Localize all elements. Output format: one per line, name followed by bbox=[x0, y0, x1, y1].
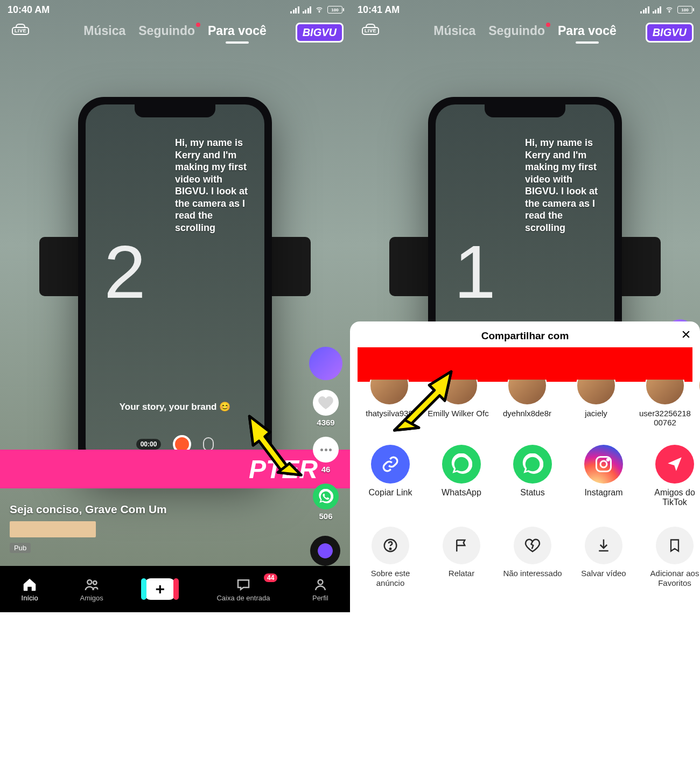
svg-point-7 bbox=[669, 11, 670, 12]
share-person[interactable]: Emilly Wilker Ofc bbox=[426, 385, 490, 418]
send-icon bbox=[655, 445, 694, 484]
whatsapp-share-icon bbox=[313, 484, 339, 509]
redacted-block bbox=[358, 347, 692, 382]
battery-icon: 100 bbox=[677, 6, 692, 13]
nav-profile[interactable]: Perfil bbox=[311, 577, 330, 602]
sponsored-badge: Pub bbox=[10, 543, 31, 553]
like-count: 4369 bbox=[317, 418, 334, 427]
tab-following[interactable]: Seguindo bbox=[138, 24, 195, 38]
action-about-ad[interactable]: Sobre este anúncio bbox=[358, 527, 423, 587]
notification-dot-icon bbox=[196, 23, 200, 27]
signal-1-icon bbox=[290, 6, 299, 13]
share-app-instagram[interactable]: Instagram bbox=[571, 445, 636, 498]
share-count: 506 bbox=[319, 512, 332, 521]
countdown-number: 2 bbox=[104, 228, 146, 316]
status-time: 10:40 AM bbox=[8, 4, 50, 16]
signal-1-icon bbox=[640, 6, 649, 13]
svg-point-0 bbox=[319, 11, 320, 12]
comment-button[interactable]: 46 bbox=[313, 437, 339, 474]
download-icon bbox=[585, 527, 622, 564]
heart-icon bbox=[313, 390, 339, 416]
share-button[interactable]: 506 bbox=[313, 484, 339, 521]
share-people-row: thatysilva939 Emilly Wilker Ofc dyehnlx8… bbox=[350, 380, 700, 428]
battery-icon: 100 bbox=[327, 6, 342, 13]
teleprompter-text: Hi, my name is Kerry and I'm making my f… bbox=[525, 137, 606, 234]
tab-music[interactable]: Música bbox=[83, 24, 125, 38]
share-title: Compartilhar com bbox=[350, 330, 700, 342]
tab-music[interactable]: Música bbox=[433, 24, 475, 38]
svg-point-10 bbox=[600, 461, 607, 467]
slogan-text: Your story, your brand 😊 bbox=[86, 401, 264, 412]
notification-dot-icon bbox=[546, 23, 550, 27]
share-actions-row: Sobre este anúncio Relatar Não interessa… bbox=[350, 521, 700, 597]
sound-disc[interactable] bbox=[310, 536, 340, 566]
svg-point-4 bbox=[87, 580, 92, 584]
tab-for-you[interactable]: Para você bbox=[558, 24, 617, 38]
live-button[interactable]: LIVE bbox=[360, 24, 381, 42]
live-button[interactable]: LIVE bbox=[10, 24, 31, 42]
countdown-number: 1 bbox=[454, 228, 496, 316]
profile-icon bbox=[311, 577, 330, 593]
video-content[interactable]: Hi, my name is Kerry and I'm making my f… bbox=[78, 97, 272, 474]
status-indicators: 100 bbox=[640, 6, 692, 13]
bottom-nav: Início Amigos + 44 Caixa de entrada Perf… bbox=[0, 566, 350, 612]
tab-following[interactable]: Seguindo bbox=[488, 24, 545, 38]
nav-create[interactable]: + bbox=[144, 578, 176, 600]
share-sheet: Compartilhar com thatysilva939 Emilly Wi… bbox=[350, 321, 700, 612]
author-avatar[interactable] bbox=[309, 347, 342, 380]
question-icon bbox=[372, 527, 409, 564]
screen-right-share: 10:41 AM 100 LIVE Música Seguindo Para v… bbox=[350, 0, 700, 612]
close-button[interactable] bbox=[681, 329, 691, 343]
wifi-icon bbox=[664, 6, 674, 13]
home-icon bbox=[20, 577, 39, 593]
share-app-tiktok-friends[interactable]: Amigos do TikTok bbox=[642, 445, 700, 508]
svg-point-11 bbox=[607, 458, 609, 460]
share-person[interactable]: user32256218 00762 bbox=[633, 385, 697, 428]
redacted-line bbox=[10, 521, 96, 537]
action-add-favorites[interactable]: Adicionar aos Favoritos bbox=[642, 527, 700, 587]
status-indicators: 100 bbox=[290, 6, 342, 13]
action-not-interested[interactable]: Não interessado bbox=[500, 527, 565, 578]
svg-point-6 bbox=[318, 579, 323, 584]
action-rail: 4369 46 506 bbox=[309, 347, 342, 521]
share-app-status[interactable]: Status bbox=[500, 445, 565, 498]
nav-friends[interactable]: Amigos bbox=[80, 577, 103, 602]
bookmark-icon bbox=[656, 527, 694, 564]
broken-heart-icon bbox=[514, 527, 551, 564]
friends-icon bbox=[82, 577, 101, 593]
svg-point-5 bbox=[93, 581, 97, 585]
inbox-badge: 44 bbox=[264, 573, 277, 582]
action-report[interactable]: Relatar bbox=[429, 527, 494, 578]
screen-left-feed: 10:40 AM 100 LIVE Música Seguindo Para v… bbox=[0, 0, 350, 612]
close-icon bbox=[681, 329, 691, 340]
share-app-whatsapp[interactable]: WhatsApp bbox=[429, 445, 494, 498]
svg-point-13 bbox=[390, 548, 391, 550]
action-save-video[interactable]: Salvar vídeo bbox=[571, 527, 636, 578]
share-person[interactable]: jaciely bbox=[564, 385, 628, 418]
teleprompter-text: Hi, my name is Kerry and I'm making my f… bbox=[175, 137, 256, 234]
nav-inbox[interactable]: 44 Caixa de entrada bbox=[216, 577, 270, 602]
bigvu-badge: BIGVU bbox=[296, 23, 344, 43]
promo-banner: PTER bbox=[0, 450, 350, 488]
whatsapp-icon bbox=[442, 445, 481, 484]
share-app-copy-link[interactable]: Copiar Link bbox=[358, 445, 423, 498]
share-person[interactable]: thatysilva939 bbox=[358, 385, 421, 418]
comment-count: 46 bbox=[321, 465, 331, 474]
link-icon bbox=[371, 445, 410, 484]
like-button[interactable]: 4369 bbox=[313, 390, 339, 427]
comment-icon bbox=[313, 437, 339, 463]
whatsapp-status-icon bbox=[513, 445, 552, 484]
tab-for-you[interactable]: Para você bbox=[208, 24, 267, 38]
share-person[interactable]: dyehnlx8de8r bbox=[495, 385, 559, 418]
plus-icon: + bbox=[155, 581, 165, 597]
inbox-icon bbox=[234, 577, 253, 593]
signal-2-icon bbox=[653, 6, 662, 13]
share-apps-row: Copiar Link WhatsApp Status bbox=[350, 439, 700, 508]
status-bar: 10:41 AM 100 bbox=[350, 0, 700, 19]
caption-text: Seja conciso, Grave Com Um bbox=[10, 503, 291, 516]
flag-icon bbox=[443, 527, 480, 564]
status-time: 10:41 AM bbox=[358, 4, 400, 16]
nav-home[interactable]: Início bbox=[20, 577, 39, 602]
instagram-icon bbox=[584, 445, 623, 484]
caption-area: Seja conciso, Grave Com Um Pub bbox=[10, 503, 291, 553]
